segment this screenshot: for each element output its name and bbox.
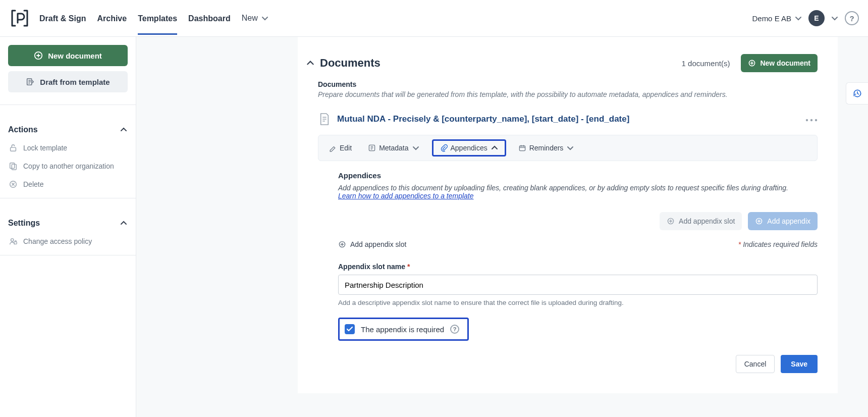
appendices-learn-link[interactable]: Learn how to add appendices to a templat… <box>338 192 474 200</box>
plus-circle-icon <box>748 59 756 67</box>
svg-point-6 <box>11 239 14 241</box>
svg-rect-3 <box>10 163 15 169</box>
chevron-down-icon <box>412 144 420 152</box>
check-icon <box>346 325 354 333</box>
sidebar-draft-template-label: Draft from template <box>40 78 110 86</box>
access-icon <box>8 237 18 246</box>
tab-metadata[interactable]: Metadata <box>364 142 423 154</box>
sidebar-new-document-button[interactable]: New document <box>8 45 128 66</box>
sidebar-action-label: Lock template <box>23 144 67 152</box>
chevron-up-icon[interactable] <box>306 59 315 68</box>
document-title[interactable]: Mutual NDA - Precisely & [counterparty_n… <box>337 114 629 124</box>
help-tooltip-icon[interactable]: ? <box>450 325 459 334</box>
sidebar-action-copy-org[interactable]: Copy to another organization <box>8 160 128 173</box>
content-panel: Documents 1 document(s) New document Doc… <box>298 37 838 393</box>
nav-new-label: New <box>242 14 258 23</box>
tab-edit-label: Edit <box>340 144 352 152</box>
logo-icon <box>9 8 30 29</box>
svg-rect-2 <box>11 147 16 151</box>
plus-circle-icon <box>755 217 763 225</box>
sidebar-action-delete[interactable]: Delete <box>8 178 128 191</box>
add-appendix-slot-button[interactable]: Add appendix slot <box>660 212 742 230</box>
svg-point-9 <box>806 119 808 121</box>
nav-draft-sign[interactable]: Draft & Sign <box>39 2 86 35</box>
add-slot-label: Add appendix slot <box>679 217 735 225</box>
tab-edit[interactable]: Edit <box>324 142 356 154</box>
tab-reminders-label: Reminders <box>529 144 564 152</box>
required-checkbox-highlight: The appendix is required ? <box>338 318 469 341</box>
sidebar-action-lock-template[interactable]: Lock template <box>8 141 128 154</box>
template-icon <box>26 77 35 86</box>
history-button[interactable] <box>846 82 868 105</box>
chevron-up-icon <box>491 144 499 152</box>
sidebar-draft-template-button[interactable]: Draft from template <box>8 71 128 92</box>
main-content: Documents 1 document(s) New document Doc… <box>136 37 868 417</box>
chevron-down-icon[interactable] <box>831 14 839 22</box>
nav-new-dropdown[interactable]: New <box>242 14 269 23</box>
ellipsis-icon <box>805 119 818 122</box>
appendices-heading: Appendices <box>338 171 818 180</box>
org-switcher[interactable]: Demo E AB <box>752 14 802 23</box>
chevron-up-icon <box>120 126 128 134</box>
svg-point-11 <box>815 119 817 121</box>
save-button[interactable]: Save <box>781 355 818 373</box>
sidebar-setting-access-policy[interactable]: Change access policy <box>8 235 128 248</box>
chevron-down-icon <box>566 144 574 152</box>
user-avatar[interactable]: E <box>808 10 825 26</box>
slot-name-input[interactable] <box>338 275 818 295</box>
documents-section-header: Documents 1 document(s) New document <box>298 37 838 72</box>
metadata-icon <box>368 144 376 152</box>
new-document-button[interactable]: New document <box>741 54 818 72</box>
cancel-button[interactable]: Cancel <box>736 355 775 373</box>
sidebar-action-label: Delete <box>23 180 43 188</box>
document-more-menu[interactable] <box>805 115 818 123</box>
tab-appendices[interactable]: Appendices <box>440 144 499 152</box>
required-checkbox[interactable] <box>345 324 355 334</box>
plus-circle-icon <box>667 217 675 225</box>
appendix-slot-form: Add appendix slot * Indicates required f… <box>338 240 818 373</box>
documents-help: Prepare documents that will be generated… <box>318 90 818 98</box>
document-card: Mutual NDA - Precisely & [counterparty_n… <box>298 98 838 373</box>
paperclip-icon <box>440 144 448 152</box>
lock-open-icon <box>8 143 18 152</box>
sidebar-actions-list: Lock template Copy to another organizati… <box>8 141 128 191</box>
add-appendix-button[interactable]: Add appendix <box>748 212 818 230</box>
sidebar-actions-header[interactable]: Actions <box>8 122 128 137</box>
pencil-icon <box>329 144 337 152</box>
required-checkbox-label: The appendix is required <box>361 325 444 334</box>
form-footer: Cancel Save <box>338 355 818 373</box>
appendices-description: Add appendices to this document by uploa… <box>338 184 818 200</box>
nav-templates[interactable]: Templates <box>138 2 177 35</box>
nav-archive[interactable]: Archive <box>97 2 127 35</box>
top-bar: Draft & Sign Archive Templates Dashboard… <box>0 0 868 37</box>
document-icon <box>318 112 331 127</box>
chevron-down-icon <box>261 14 269 22</box>
help-button[interactable]: ? <box>845 11 859 25</box>
tab-reminders[interactable]: Reminders <box>514 142 579 154</box>
form-add-slot-heading: Add appendix slot <box>350 240 406 248</box>
tab-appendices-label: Appendices <box>451 144 487 152</box>
sidebar: New document Draft from template Actions… <box>0 37 136 417</box>
svg-rect-13 <box>519 146 525 151</box>
top-nav: Draft & Sign Archive Templates Dashboard… <box>39 2 269 35</box>
svg-point-10 <box>810 119 812 121</box>
topbar-right: Demo E AB E ? <box>752 10 859 26</box>
sidebar-settings-header[interactable]: Settings <box>8 216 128 231</box>
plus-circle-icon <box>34 51 43 60</box>
app-logo[interactable] <box>9 8 30 29</box>
chevron-up-icon <box>120 219 128 227</box>
documents-count: 1 document(s) <box>682 59 730 68</box>
appendices-add-row: Add appendix slot Add appendix <box>338 212 818 230</box>
calendar-icon <box>518 144 526 152</box>
copy-icon <box>8 162 18 171</box>
sidebar-settings-list: Change access policy <box>8 235 128 248</box>
delete-icon <box>8 180 18 189</box>
required-hint: * Indicates required fields <box>738 240 818 248</box>
chevron-down-icon <box>794 14 802 22</box>
documents-description: Documents Prepare documents that will be… <box>298 72 838 98</box>
tab-metadata-label: Metadata <box>379 144 408 152</box>
plus-circle-icon <box>338 240 346 248</box>
nav-dashboard[interactable]: Dashboard <box>188 2 231 35</box>
form-header: Add appendix slot * Indicates required f… <box>338 240 818 248</box>
history-icon <box>852 88 862 98</box>
